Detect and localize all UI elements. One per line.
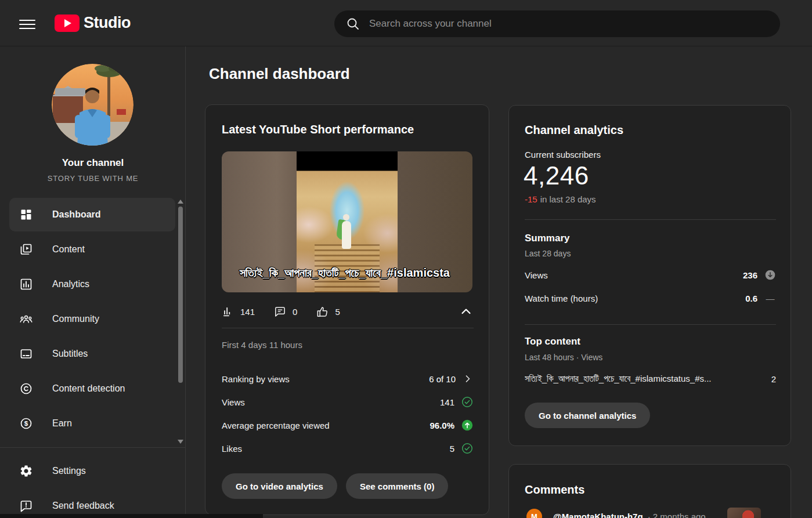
sidebar-item-analytics[interactable]: Analytics bbox=[0, 267, 176, 301]
channel-name: STORY TUBE WITH ME bbox=[0, 174, 186, 183]
metric-label: Ranking by views bbox=[222, 374, 290, 384]
analytics-card-title: Channel analytics bbox=[525, 124, 623, 137]
comment-row[interactable]: M @MamotaKhatun-h7g · 2 months ago bbox=[526, 509, 776, 518]
metric-label: Average percentage viewed bbox=[222, 421, 330, 430]
current-subscribers-label: Current subscribers bbox=[525, 150, 601, 160]
short-video-caption: সত্যিই_কি_আপনার_হাতটি_পচে_যাবে_#islamics… bbox=[222, 266, 472, 285]
brand-text: Studio bbox=[84, 14, 131, 32]
metric-value: 5 bbox=[450, 444, 454, 454]
sidebar-item-label: Content bbox=[52, 244, 85, 255]
sidebar-item-community[interactable]: Community bbox=[0, 302, 176, 336]
youtube-studio-logo[interactable]: Studio bbox=[55, 14, 131, 32]
comments-icon bbox=[273, 305, 287, 318]
top-content-views: 2 bbox=[771, 374, 776, 384]
subscribers-delta-suffix: in last 28 days bbox=[540, 194, 596, 204]
go-to-channel-analytics-button[interactable]: Go to channel analytics bbox=[525, 403, 650, 428]
svg-text:$: $ bbox=[24, 420, 28, 427]
dollar-icon: $ bbox=[19, 416, 33, 430]
search-icon bbox=[346, 17, 360, 31]
page-title: Channel dashboard bbox=[209, 65, 350, 83]
summary-row-label: Views bbox=[525, 270, 548, 280]
youtube-studio-app: Studio bbox=[0, 0, 812, 518]
divider bbox=[525, 324, 776, 325]
comments-card-title: Comments bbox=[525, 483, 584, 497]
sidebar-item-label: Analytics bbox=[52, 279, 89, 289]
search-input[interactable] bbox=[369, 18, 774, 30]
short-period-label: First 4 days 11 hours bbox=[222, 340, 302, 350]
short-card-title: Latest YouTube Short performance bbox=[222, 123, 414, 136]
metric-label: Views bbox=[222, 397, 245, 407]
sidebar-item-settings[interactable]: Settings bbox=[0, 454, 176, 488]
no-change-dash-icon: — bbox=[764, 294, 776, 303]
sidebar-divider bbox=[0, 447, 185, 448]
sidebar-scrollbar[interactable] bbox=[178, 207, 183, 383]
metric-row-views: Views 141 bbox=[222, 390, 474, 414]
comments-card: Comments M @MamotaKhatun-h7g · 2 months … bbox=[508, 464, 791, 518]
sidebar-item-label: Content detection bbox=[52, 383, 125, 394]
channel-search-bar[interactable] bbox=[334, 10, 780, 37]
sidebar-item-label: Subtitles bbox=[52, 349, 88, 359]
metric-value: 6 of 10 bbox=[429, 374, 456, 384]
top-content-row[interactable]: সত্যিই_কি_আপনার_হাতটি_পচে_যাবে_#islamics… bbox=[525, 371, 776, 386]
channel-avatar[interactable] bbox=[52, 64, 133, 146]
top-content-title: Top content bbox=[525, 336, 580, 347]
hamburger-menu-icon[interactable] bbox=[19, 17, 35, 30]
youtube-play-icon bbox=[55, 15, 80, 32]
see-comments-button[interactable]: See comments (0) bbox=[346, 473, 448, 499]
subtitles-icon bbox=[19, 347, 33, 361]
go-to-video-analytics-button[interactable]: Go to video analytics bbox=[222, 473, 337, 499]
copyright-icon bbox=[19, 382, 33, 396]
sidebar-scroll-down-arrow[interactable] bbox=[178, 440, 183, 444]
short-stats-row: 141 0 5 bbox=[222, 301, 474, 322]
metric-row-ranking[interactable]: Ranking by views 6 of 10 bbox=[222, 367, 474, 390]
short-comments-count: 0 bbox=[293, 307, 297, 317]
sidebar-item-content[interactable]: Content bbox=[0, 233, 176, 266]
collapse-chevron-up-icon[interactable] bbox=[459, 304, 474, 319]
arrow-up-circle-icon bbox=[461, 419, 474, 432]
commenter-avatar[interactable]: M bbox=[526, 509, 542, 518]
sidebar-item-earn[interactable]: $ Earn bbox=[0, 407, 176, 440]
metric-row-likes: Likes 5 bbox=[222, 437, 474, 460]
top-content-subtitle: Last 48 hours · Views bbox=[525, 353, 602, 362]
check-circle-icon bbox=[461, 442, 474, 455]
sidebar: Your channel STORY TUBE WITH ME Dashboar… bbox=[0, 46, 186, 518]
community-icon bbox=[19, 312, 33, 326]
subscribers-delta: -15in last 28 days bbox=[525, 194, 596, 204]
metric-label: Likes bbox=[222, 444, 242, 454]
sidebar-item-label: Dashboard bbox=[52, 209, 101, 220]
gear-icon bbox=[19, 464, 33, 478]
metric-row-avg-percentage: Average percentage viewed 96.0% bbox=[222, 414, 474, 437]
chevron-right-icon[interactable] bbox=[462, 373, 474, 385]
sidebar-item-content-detection[interactable]: Content detection bbox=[0, 372, 176, 405]
comment-video-thumbnail[interactable] bbox=[727, 508, 761, 518]
sidebar-item-dashboard[interactable]: Dashboard bbox=[9, 198, 175, 231]
summary-subtitle: Last 28 days bbox=[525, 249, 571, 258]
current-subscribers-value: 4,246 bbox=[524, 161, 589, 190]
browser-status-strip bbox=[0, 514, 263, 518]
summary-row-label: Watch time (hours) bbox=[525, 294, 598, 303]
sidebar-item-label: Community bbox=[52, 314, 99, 324]
content-icon bbox=[19, 242, 33, 256]
commenter-name[interactable]: @MamotaKhatun-h7g bbox=[553, 512, 643, 518]
channel-analytics-card: Channel analytics Current subscribers 4,… bbox=[508, 105, 791, 446]
topbar: Studio bbox=[0, 0, 812, 46]
sidebar-item-label: Earn bbox=[52, 418, 72, 429]
arrow-down-circle-icon bbox=[764, 269, 776, 281]
analytics-icon bbox=[19, 277, 33, 291]
metric-value: 141 bbox=[440, 397, 454, 407]
summary-row-value: 236 bbox=[743, 270, 757, 280]
sidebar-item-label: Send feedback bbox=[52, 501, 114, 511]
latest-short-performance-card: Latest YouTube Short performance সত্যিই_… bbox=[205, 104, 489, 515]
subscribers-delta-value: -15 bbox=[525, 194, 537, 204]
summary-row-views: Views 236 bbox=[525, 267, 776, 282]
sidebar-scroll-up-arrow[interactable] bbox=[178, 200, 183, 204]
divider bbox=[222, 328, 474, 328]
summary-row-watch-time: Watch time (hours) 0.6 — bbox=[525, 291, 776, 306]
views-bar-chart-icon bbox=[222, 305, 234, 318]
dashboard-icon bbox=[19, 208, 33, 222]
sidebar-item-subtitles[interactable]: Subtitles bbox=[0, 337, 176, 371]
short-views-count: 141 bbox=[240, 307, 255, 317]
short-video-thumbnail[interactable]: সত্যিই_কি_আপনার_হাতটি_পচে_যাবে_#islamics… bbox=[222, 151, 472, 292]
feedback-icon bbox=[19, 499, 33, 513]
sidebar-item-label: Settings bbox=[52, 466, 86, 476]
